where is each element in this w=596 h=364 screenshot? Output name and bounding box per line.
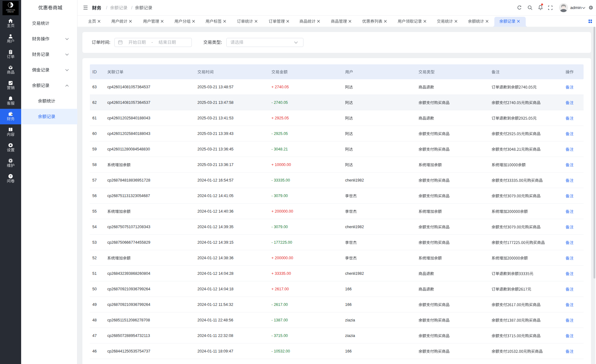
svg-text:A: A [10, 4, 12, 7]
svg-text:?: ? [10, 174, 12, 178]
